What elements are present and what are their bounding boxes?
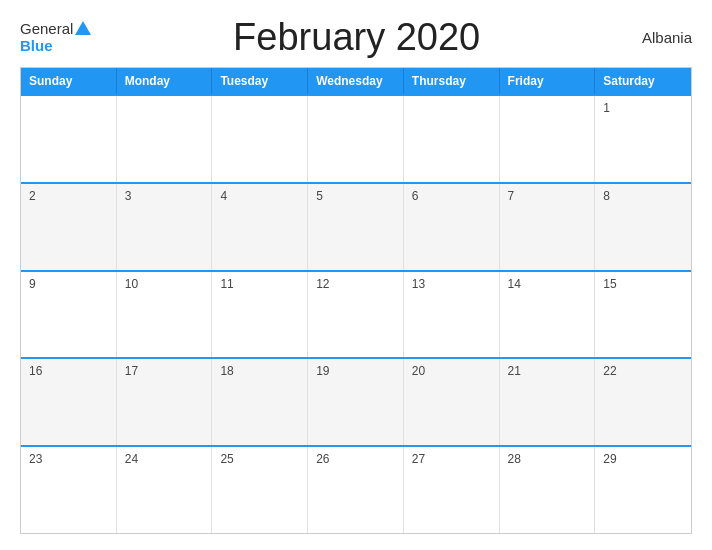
day-number: 27	[412, 452, 425, 466]
header-sunday: Sunday	[21, 68, 117, 94]
header-wednesday: Wednesday	[308, 68, 404, 94]
calendar: Sunday Monday Tuesday Wednesday Thursday…	[20, 67, 692, 534]
calendar-cell-r1c0: 2	[21, 184, 117, 270]
calendar-cell-r0c4	[404, 96, 500, 182]
page: General Blue February 2020 Albania Sunda…	[0, 0, 712, 550]
header-friday: Friday	[500, 68, 596, 94]
calendar-cell-r0c0	[21, 96, 117, 182]
calendar-cell-r2c4: 13	[404, 272, 500, 358]
day-number: 25	[220, 452, 233, 466]
calendar-cell-r3c0: 16	[21, 359, 117, 445]
calendar-cell-r4c1: 24	[117, 447, 213, 533]
day-number: 9	[29, 277, 36, 291]
calendar-cell-r4c0: 23	[21, 447, 117, 533]
logo-triangle-icon	[75, 21, 91, 35]
calendar-row-1: 2345678	[21, 182, 691, 270]
calendar-cell-r0c6: 1	[595, 96, 691, 182]
calendar-cell-r0c3	[308, 96, 404, 182]
calendar-cell-r2c5: 14	[500, 272, 596, 358]
calendar-row-3: 16171819202122	[21, 357, 691, 445]
calendar-cell-r4c6: 29	[595, 447, 691, 533]
calendar-cell-r1c6: 8	[595, 184, 691, 270]
calendar-row-0: 1	[21, 94, 691, 182]
calendar-cell-r3c5: 21	[500, 359, 596, 445]
calendar-cell-r3c4: 20	[404, 359, 500, 445]
logo: General Blue	[20, 21, 91, 54]
day-number: 3	[125, 189, 132, 203]
calendar-row-2: 9101112131415	[21, 270, 691, 358]
day-number: 23	[29, 452, 42, 466]
calendar-cell-r0c5	[500, 96, 596, 182]
day-number: 20	[412, 364, 425, 378]
day-number: 16	[29, 364, 42, 378]
calendar-cell-r0c2	[212, 96, 308, 182]
calendar-cell-r3c1: 17	[117, 359, 213, 445]
day-number: 14	[508, 277, 521, 291]
calendar-cell-r2c6: 15	[595, 272, 691, 358]
day-number: 22	[603, 364, 616, 378]
day-number: 17	[125, 364, 138, 378]
header-saturday: Saturday	[595, 68, 691, 94]
day-number: 8	[603, 189, 610, 203]
day-number: 15	[603, 277, 616, 291]
day-number: 10	[125, 277, 138, 291]
calendar-row-4: 23242526272829	[21, 445, 691, 533]
calendar-cell-r0c1	[117, 96, 213, 182]
calendar-cell-r1c4: 6	[404, 184, 500, 270]
day-number: 29	[603, 452, 616, 466]
day-number: 13	[412, 277, 425, 291]
calendar-body: 1234567891011121314151617181920212223242…	[21, 94, 691, 533]
day-number: 1	[603, 101, 610, 115]
day-number: 21	[508, 364, 521, 378]
calendar-cell-r2c2: 11	[212, 272, 308, 358]
day-number: 4	[220, 189, 227, 203]
calendar-cell-r1c5: 7	[500, 184, 596, 270]
day-number: 2	[29, 189, 36, 203]
day-number: 12	[316, 277, 329, 291]
calendar-cell-r2c3: 12	[308, 272, 404, 358]
calendar-cell-r4c3: 26	[308, 447, 404, 533]
calendar-cell-r4c5: 28	[500, 447, 596, 533]
calendar-cell-r3c2: 18	[212, 359, 308, 445]
calendar-cell-r1c1: 3	[117, 184, 213, 270]
calendar-cell-r4c4: 27	[404, 447, 500, 533]
calendar-cell-r4c2: 25	[212, 447, 308, 533]
calendar-cell-r1c3: 5	[308, 184, 404, 270]
day-number: 19	[316, 364, 329, 378]
calendar-cell-r3c6: 22	[595, 359, 691, 445]
calendar-cell-r2c1: 10	[117, 272, 213, 358]
calendar-header: Sunday Monday Tuesday Wednesday Thursday…	[21, 68, 691, 94]
calendar-cell-r1c2: 4	[212, 184, 308, 270]
day-number: 28	[508, 452, 521, 466]
header: General Blue February 2020 Albania	[20, 16, 692, 59]
day-number: 7	[508, 189, 515, 203]
header-tuesday: Tuesday	[212, 68, 308, 94]
logo-general-text: General	[20, 21, 73, 38]
day-number: 11	[220, 277, 233, 291]
logo-blue-text: Blue	[20, 38, 53, 55]
calendar-title: February 2020	[91, 16, 622, 59]
day-number: 5	[316, 189, 323, 203]
calendar-cell-r2c0: 9	[21, 272, 117, 358]
header-monday: Monday	[117, 68, 213, 94]
calendar-cell-r3c3: 19	[308, 359, 404, 445]
country-label: Albania	[622, 29, 692, 46]
day-number: 24	[125, 452, 138, 466]
day-number: 18	[220, 364, 233, 378]
day-number: 26	[316, 452, 329, 466]
header-thursday: Thursday	[404, 68, 500, 94]
day-number: 6	[412, 189, 419, 203]
